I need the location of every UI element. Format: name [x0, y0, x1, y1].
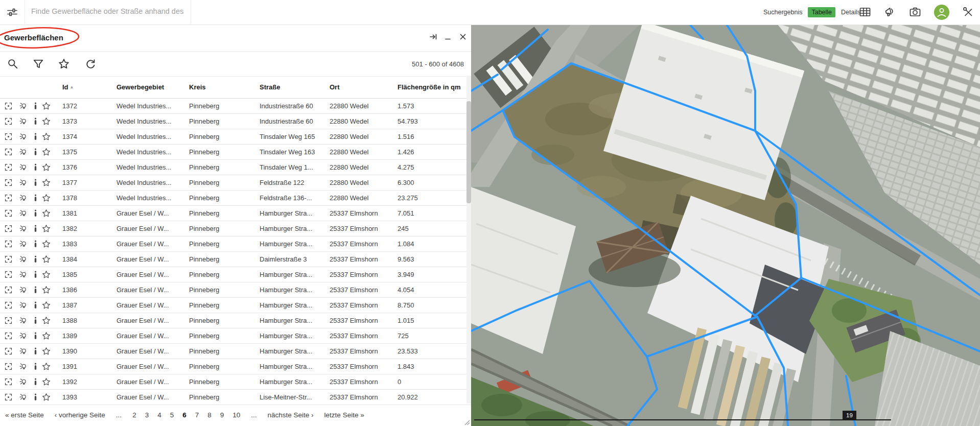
- favorite-star-icon[interactable]: [42, 132, 51, 141]
- table-row[interactable]: 1373Wedel Industries...PinnebergIndustri…: [0, 114, 471, 129]
- highlight-bulb-icon[interactable]: [19, 148, 28, 156]
- zoom-to-feature-icon[interactable]: [4, 286, 13, 294]
- info-icon[interactable]: [31, 102, 40, 110]
- highlight-bulb-icon[interactable]: [19, 163, 28, 172]
- pagination-prev[interactable]: ‹ vorherige Seite: [55, 411, 105, 419]
- table-row[interactable]: 1392Grauer Esel / W...PinnebergHamburger…: [0, 374, 471, 390]
- table-row[interactable]: 1393Grauer Esel / W...PinnebergLise-Meit…: [0, 390, 471, 405]
- pagination-page-7[interactable]: 7: [195, 411, 199, 419]
- info-icon[interactable]: [31, 255, 40, 264]
- zoom-to-feature-icon[interactable]: [4, 255, 13, 264]
- pagination-page-6[interactable]: 6: [182, 411, 186, 419]
- highlight-bulb-icon[interactable]: [19, 270, 28, 279]
- favorite-star-icon[interactable]: [42, 362, 51, 371]
- info-icon[interactable]: [31, 286, 40, 294]
- highlight-bulb-icon[interactable]: [19, 102, 28, 110]
- column-header-1[interactable]: Gewerbegebiet: [116, 83, 164, 91]
- info-icon[interactable]: [31, 362, 40, 371]
- tab-details[interactable]: Details: [841, 9, 860, 16]
- zoom-to-feature-icon[interactable]: [4, 194, 13, 202]
- table-row[interactable]: 1384Grauer Esel / W...PinnebergDaimlerst…: [0, 252, 471, 267]
- info-icon[interactable]: [31, 377, 40, 386]
- table-row[interactable]: 1389Grauer Esel / W...PinnebergHamburger…: [0, 328, 471, 344]
- highlight-bulb-icon[interactable]: [19, 377, 28, 386]
- table-row[interactable]: 1381Grauer Esel / W...PinnebergHamburger…: [0, 206, 471, 221]
- highlight-bulb-icon[interactable]: [19, 255, 28, 264]
- info-icon[interactable]: [31, 332, 40, 340]
- pagination-page-8[interactable]: 8: [207, 411, 212, 419]
- vertical-scrollbar[interactable]: [466, 76, 471, 404]
- zoom-to-feature-icon[interactable]: [4, 224, 13, 233]
- pagination-first[interactable]: « erste Seite: [5, 411, 44, 419]
- dock-right-icon[interactable]: [429, 33, 437, 41]
- tab-tabelle[interactable]: Tabelle: [808, 7, 835, 17]
- table-row[interactable]: 1387Grauer Esel / W...PinnebergHamburger…: [0, 298, 471, 313]
- highlight-bulb-icon[interactable]: [19, 393, 28, 401]
- zoom-to-feature-icon[interactable]: [4, 377, 13, 386]
- pagination-last[interactable]: letzte Seite »: [324, 411, 364, 419]
- zoom-to-feature-icon[interactable]: [4, 362, 13, 371]
- favorite-star-icon[interactable]: [42, 194, 51, 202]
- favorite-star-icon[interactable]: [42, 163, 51, 172]
- pagination-page-5[interactable]: 5: [170, 411, 174, 419]
- search-icon[interactable]: [7, 58, 18, 69]
- info-icon[interactable]: [31, 270, 40, 279]
- highlight-bulb-icon[interactable]: [19, 332, 28, 340]
- aerial-map[interactable]: 19: [471, 25, 980, 426]
- filter-icon[interactable]: [33, 58, 44, 69]
- highlight-bulb-icon[interactable]: [19, 301, 28, 310]
- tune-sliders-icon[interactable]: [6, 6, 18, 18]
- favorite-star-icon[interactable]: [42, 209, 51, 218]
- megaphone-icon[interactable]: [884, 6, 896, 18]
- favorite-star-icon[interactable]: [42, 286, 51, 294]
- info-icon[interactable]: [31, 148, 40, 156]
- favorite-star-icon[interactable]: [42, 332, 51, 340]
- favorite-star-icon[interactable]: [42, 316, 51, 325]
- table-row[interactable]: 1376Wedel Industries...PinnebergTinsdale…: [0, 160, 471, 175]
- highlight-bulb-icon[interactable]: [19, 178, 28, 187]
- column-header-3[interactable]: Straße: [260, 83, 280, 91]
- info-icon[interactable]: [31, 224, 40, 233]
- highlight-bulb-icon[interactable]: [19, 240, 28, 248]
- pagination-page-10[interactable]: 10: [232, 411, 240, 419]
- favorite-star-icon[interactable]: [42, 255, 51, 264]
- table-row[interactable]: 1383Grauer Esel / W...PinnebergHamburger…: [0, 236, 471, 252]
- table-grid-icon[interactable]: [859, 6, 871, 18]
- table-row[interactable]: 1391Grauer Esel / W...PinnebergHamburger…: [0, 359, 471, 374]
- highlight-bulb-icon[interactable]: [19, 224, 28, 233]
- tools-icon[interactable]: [962, 6, 974, 18]
- highlight-bulb-icon[interactable]: [19, 316, 28, 325]
- highlight-bulb-icon[interactable]: [19, 209, 28, 218]
- column-header-2[interactable]: Kreis: [189, 83, 206, 91]
- search-input[interactable]: [30, 7, 185, 16]
- pagination-page-9[interactable]: 9: [220, 411, 224, 419]
- table-row[interactable]: 1378Wedel Industries...PinnebergFeldstra…: [0, 191, 471, 206]
- zoom-to-feature-icon[interactable]: [4, 178, 13, 187]
- favorite-star-icon[interactable]: [42, 301, 51, 310]
- refresh-icon[interactable]: [85, 58, 96, 69]
- highlight-bulb-icon[interactable]: [19, 132, 28, 141]
- info-icon[interactable]: [31, 132, 40, 141]
- favorite-star-icon[interactable]: [42, 240, 51, 248]
- info-icon[interactable]: [31, 163, 40, 172]
- info-icon[interactable]: [31, 347, 40, 356]
- zoom-to-feature-icon[interactable]: [4, 393, 13, 401]
- column-header-5[interactable]: Flächengröße in qm: [398, 83, 461, 91]
- info-icon[interactable]: [31, 316, 40, 325]
- highlight-bulb-icon[interactable]: [19, 117, 28, 126]
- table-row[interactable]: 1372Wedel Industries...PinnebergIndustri…: [0, 99, 471, 114]
- table-row[interactable]: 1388Grauer Esel / W...PinnebergHamburger…: [0, 313, 471, 328]
- info-icon[interactable]: [31, 209, 40, 218]
- info-icon[interactable]: [31, 301, 40, 310]
- info-icon[interactable]: [31, 117, 40, 126]
- table-row[interactable]: 1375Wedel Industries...PinnebergTinsdale…: [0, 145, 471, 160]
- zoom-to-feature-icon[interactable]: [4, 316, 13, 325]
- table-row[interactable]: 1390Grauer Esel / W...PinnebergHamburger…: [0, 344, 471, 359]
- zoom-to-feature-icon[interactable]: [4, 163, 13, 172]
- zoom-to-feature-icon[interactable]: [4, 270, 13, 279]
- info-icon[interactable]: [31, 178, 40, 187]
- scrollbar-thumb[interactable]: [466, 101, 471, 203]
- pagination-next[interactable]: nächste Seite ›: [268, 411, 314, 419]
- info-icon[interactable]: [31, 240, 40, 248]
- zoom-to-feature-icon[interactable]: [4, 209, 13, 218]
